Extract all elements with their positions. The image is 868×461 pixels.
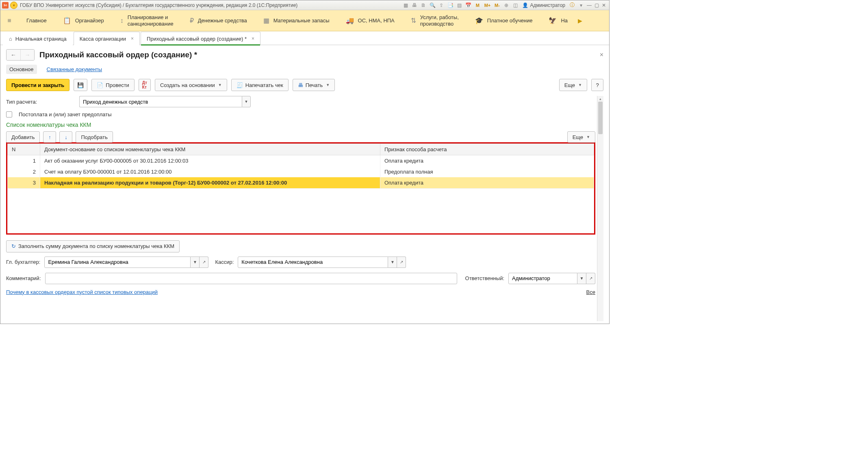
table-empty-area[interactable] [8,189,594,233]
window-minimize-button[interactable]: — [586,2,593,9]
footer-links: Почему в кассовых ордерах пустой список … [6,289,595,295]
create-based-button[interactable]: Создать на основании▼ [155,79,227,91]
zoom-icon[interactable]: ⊕ [502,2,510,9]
page-close-button[interactable]: × [600,51,603,59]
subnav-linked-docs[interactable]: Связанные документы [43,65,106,74]
dropdown-icon[interactable]: ▼ [191,257,200,268]
chief-accountant-label: Гл. бухгалтер: [6,259,40,265]
nav-item-planning[interactable]: ↕Планирование и санкционирование [112,10,182,31]
cashier-input[interactable] [238,257,388,268]
postpay-label: Постоплата и (или) зачет предоплаты [19,111,112,117]
forward-button: → [20,50,34,60]
memory-mplus-button[interactable]: M+ [483,2,492,9]
current-user[interactable]: 👤 Администратор [522,2,565,8]
col-sign[interactable]: Признак способа расчета [380,144,594,155]
dtkt-button[interactable]: ДтКт [139,79,151,91]
tool-print-icon[interactable]: 🖶 [410,2,419,9]
responsible-input[interactable] [508,273,577,284]
memory-m-button[interactable]: M [473,2,482,9]
dropdown-icon[interactable]: ▼ [388,257,397,268]
titlebar: 1c ▾ ГОБУ ВПО Университет искусств (Субс… [0,0,609,10]
open-icon[interactable]: ↗ [200,257,208,268]
clipboard-icon: 📋 [63,17,71,24]
nomenclature-table[interactable]: N Документ-основание со списком номенкла… [7,144,594,233]
nav-item-education[interactable]: 🎓Платное обучение [467,10,541,31]
table-toolbar: Добавить ↑ ↓ Подобрать Еще▼ [6,131,595,143]
nav-item-organizer[interactable]: 📋Органайзер [55,10,112,31]
col-n[interactable]: N [8,144,40,155]
nav-item-more[interactable]: 🦅На [540,10,576,31]
comment-field[interactable] [45,273,457,284]
responsible-field[interactable]: ▼ ↗ [508,273,595,284]
arrow-up-icon: ↑ [48,134,51,140]
subnav-main[interactable]: Основное [6,65,37,74]
calc-type-input[interactable] [79,96,242,107]
tool-compare-icon[interactable]: 📑 [446,2,454,9]
close-icon[interactable]: × [252,36,254,41]
tool-grid-icon[interactable]: ▦ [401,2,410,9]
chief-accountant-input[interactable] [44,257,191,268]
postpay-checkbox[interactable] [6,111,12,117]
dropdown-small-icon[interactable]: ▾ [577,2,585,9]
boxes-icon: ▦ [263,17,269,24]
main-navigation: ≡ Главное 📋Органайзер ↕Планирование и са… [0,10,609,31]
comment-input[interactable] [45,273,457,284]
move-up-button[interactable]: ↑ [43,131,56,143]
open-icon[interactable]: ↗ [397,257,406,268]
tab-kassa[interactable]: Касса организации × [74,32,140,45]
tab-label: Касса организации [80,36,126,42]
print-button[interactable]: 🖶Печать▼ [293,79,335,91]
tool-calendar-icon[interactable]: 📅 [464,2,472,9]
show-all-link[interactable]: Все [586,289,595,295]
back-button[interactable]: ← [7,50,20,60]
info-icon[interactable]: ⓘ [568,2,576,9]
tool-doc-icon[interactable]: 🗎 [419,2,427,9]
table-row[interactable]: 1 Акт об оказании услуг БУ00-000005 от 3… [8,155,594,167]
post-button[interactable]: 📄Провести [91,79,135,91]
help-link[interactable]: Почему в кассовых ордерах пустой список … [6,289,158,295]
more-button[interactable]: Еще▼ [559,79,587,91]
vertical-scrollbar[interactable]: ▴ [597,96,603,321]
move-down-button[interactable]: ↓ [59,131,72,143]
panel-icon[interactable]: ◫ [511,2,519,9]
post-and-close-button[interactable]: Провести и закрыть [6,79,69,91]
nav-item-assets[interactable]: 🚚ОС, НМА, НПА [338,10,403,31]
close-icon[interactable]: × [131,36,134,41]
tab-home[interactable]: ⌂ Начальная страница [3,32,73,45]
user-name: Администратор [530,2,565,8]
tool-search-icon[interactable]: 🔍 [428,2,436,9]
nav-item-money[interactable]: ₽Денежные средства [182,10,255,31]
col-doc[interactable]: Документ-основание со списком номенклату… [40,144,380,155]
dropdown-icon[interactable]: ▼ [577,273,586,284]
nav-item-main[interactable]: Главное [18,10,55,31]
table-row-selected[interactable]: 3 Накладная на реализацию продукции и то… [8,177,594,189]
dropdown-icon[interactable]: ▼ [242,96,251,107]
help-button[interactable]: ? [591,79,603,91]
cashier-field[interactable]: ▼ ↗ [238,257,406,268]
memory-mminus-button[interactable]: M- [493,2,501,9]
titlebar-dropdown-icon[interactable]: ▾ [10,2,17,9]
burger-menu-icon[interactable]: ≡ [4,17,15,24]
fill-sum-button[interactable]: ↻Заполнить сумму документа по списку ном… [6,240,180,252]
add-row-button[interactable]: Добавить [6,131,40,143]
ruble-icon: ₽ [190,17,194,24]
window-maximize-button[interactable]: ▢ [593,2,600,9]
nav-item-materials[interactable]: ▦Материальные запасы [255,10,338,31]
scroll-up-icon[interactable]: ▴ [597,96,603,102]
nav-item-services[interactable]: ⇅Услуги, работы, производство [403,10,467,31]
table-row[interactable]: 2 Счет на оплату БУ00-000001 от 12.01.20… [8,166,594,177]
arrow-down-icon: ↓ [65,134,67,140]
tool-upload-icon[interactable]: ⇪ [437,2,445,9]
print-check-button[interactable]: 🧾Напечатать чек [231,79,289,91]
pick-button[interactable]: Подобрать [76,131,113,143]
open-icon[interactable]: ↗ [586,273,595,284]
nav-scroll-right-icon[interactable]: ▶ [576,17,584,24]
tool-calc-icon[interactable]: ▤ [455,2,463,9]
window-close-button[interactable]: ✕ [600,2,608,9]
tab-incoming-order[interactable]: Приходный кассовый ордер (создание) * × [141,32,260,45]
table-more-button[interactable]: Еще▼ [567,131,595,143]
chief-accountant-field[interactable]: ▼ ↗ [44,257,208,268]
calc-type-field[interactable]: ▼ [79,96,251,107]
save-button[interactable]: 💾 [74,79,87,91]
scrollbar-thumb[interactable] [598,102,603,134]
